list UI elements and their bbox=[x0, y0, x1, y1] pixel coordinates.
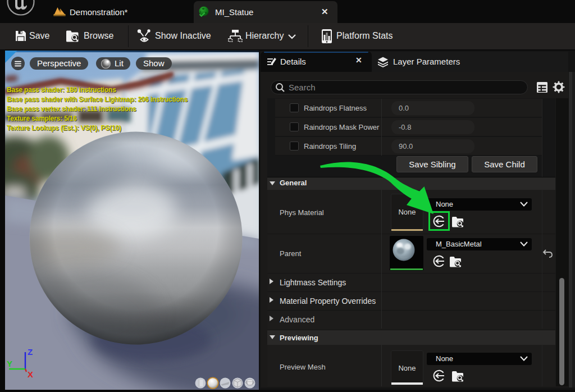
svg-text:Z: Z bbox=[28, 347, 33, 357]
svg-text:Y: Y bbox=[7, 359, 12, 368]
svg-text:X: X bbox=[28, 370, 33, 379]
